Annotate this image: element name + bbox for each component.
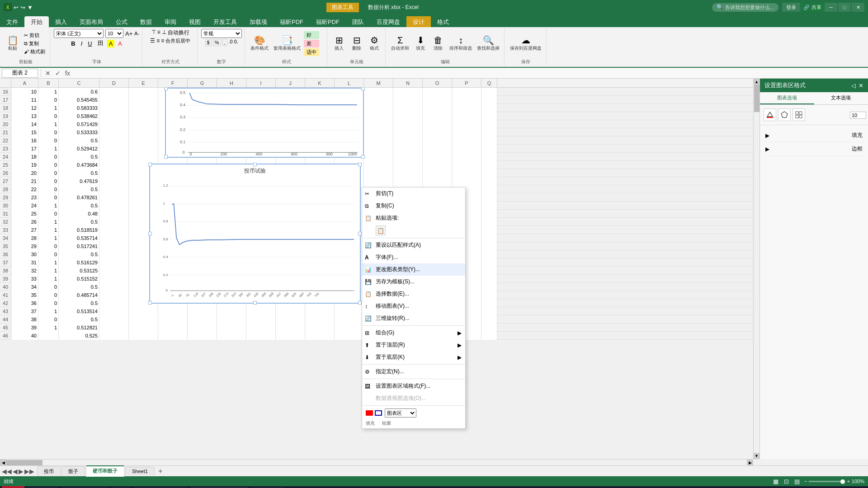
cell-q31[interactable] xyxy=(481,210,497,218)
cell-d22[interactable] xyxy=(99,136,129,145)
right-panel-close-btn[interactable]: ✕ xyxy=(859,82,863,89)
cell-m22[interactable] xyxy=(364,136,393,145)
dec-decimal-btn[interactable]: 0. xyxy=(234,39,238,46)
search-placeholder[interactable]: 告诉我您想要做什么... xyxy=(725,4,774,11)
col-header-b[interactable]: B xyxy=(38,79,59,87)
cell-q23[interactable] xyxy=(481,145,497,153)
cell-q18[interactable] xyxy=(481,104,497,112)
cell-b28[interactable]: 0 xyxy=(38,185,59,193)
cell-a36[interactable]: 30 xyxy=(11,250,38,258)
fill-btn[interactable]: ⬇ 填充 xyxy=(412,35,429,52)
cell-a17[interactable]: 11 xyxy=(11,96,38,104)
cell-h44[interactable] xyxy=(217,315,246,324)
cell-e19[interactable] xyxy=(129,112,158,120)
ctx-font[interactable]: A 字体(F)... xyxy=(362,251,465,263)
cell-n27[interactable] xyxy=(393,177,423,185)
ctx-macro[interactable]: ⚙ 指定宏(N)... xyxy=(362,366,465,378)
font-name-select[interactable]: 宋体 (正文) xyxy=(54,29,104,38)
tab-page-layout[interactable]: 页面布局 xyxy=(73,16,109,27)
cell-a43[interactable]: 37 xyxy=(11,307,38,315)
chart-handle-tl2[interactable] xyxy=(148,163,152,166)
cell-q34[interactable] xyxy=(481,234,497,242)
cell-a34[interactable]: 28 xyxy=(11,234,38,242)
cell-d42[interactable] xyxy=(99,299,129,307)
col-header-p[interactable]: P xyxy=(452,79,481,87)
cell-e17[interactable] xyxy=(129,96,158,104)
bold-btn[interactable]: B xyxy=(69,40,77,47)
ctx-paste-icon-btn[interactable]: 📋 xyxy=(376,225,386,235)
page-view-btn[interactable]: ⊡ xyxy=(783,478,790,485)
comma-btn[interactable]: , xyxy=(222,39,227,46)
cell-e24[interactable] xyxy=(129,153,158,161)
cell-f46[interactable] xyxy=(158,332,188,340)
cell-b39[interactable]: 1 xyxy=(38,275,59,283)
cell-q30[interactable] xyxy=(481,202,497,210)
cell-e16[interactable] xyxy=(129,88,158,96)
cell-p25[interactable] xyxy=(452,161,481,169)
scroll-up-btn[interactable]: ▲ xyxy=(754,79,760,85)
cell-d23[interactable] xyxy=(99,145,129,153)
quick-access-dropdown[interactable]: ▼ xyxy=(27,4,33,11)
col-header-o[interactable]: O xyxy=(423,79,452,87)
ctx-select-data[interactable]: 📋 选择数据(E)... xyxy=(362,288,465,300)
cell-l43[interactable] xyxy=(335,307,364,315)
cell-b36[interactable]: 0 xyxy=(38,250,59,258)
undo-btn[interactable]: ↩ xyxy=(14,4,19,11)
cell-m20[interactable] xyxy=(364,120,393,128)
cell-d36[interactable] xyxy=(99,250,129,258)
cell-q26[interactable] xyxy=(481,169,497,177)
chart-handle-bm[interactable] xyxy=(253,301,257,305)
cell-d43[interactable] xyxy=(99,307,129,315)
cell-q17[interactable] xyxy=(481,96,497,104)
ctx-move-chart[interactable]: ↕ 移动图表(V)... xyxy=(362,300,465,312)
cell-d20[interactable] xyxy=(99,120,129,128)
cell-c25[interactable]: 0.473684 xyxy=(59,161,99,169)
cell-b18[interactable]: 1 xyxy=(38,104,59,112)
ctx-chart-area-select[interactable]: 图表区 xyxy=(385,408,416,418)
close-btn[interactable]: ✕ xyxy=(852,3,864,12)
save-baidu-btn[interactable]: ☁ 保存到百度网盘 xyxy=(508,35,543,52)
cell-c18[interactable]: 0.583333 xyxy=(59,104,99,112)
col-header-l[interactable]: L xyxy=(335,79,364,87)
currency-btn[interactable]: $ xyxy=(205,39,212,46)
chart-handle-br[interactable] xyxy=(361,155,365,159)
align-middle-btn[interactable]: ≡ xyxy=(157,29,160,37)
cell-d32[interactable] xyxy=(99,218,129,226)
cell-e22[interactable] xyxy=(129,136,158,145)
redo-btn[interactable]: ↪ xyxy=(20,4,25,11)
tab-formula[interactable]: 公式 xyxy=(109,16,134,27)
cell-a21[interactable]: 15 xyxy=(11,128,38,136)
cell-q44[interactable] xyxy=(481,315,497,324)
cell-n17[interactable] xyxy=(393,96,423,104)
delete-cell-btn[interactable]: ⊟ 删除 xyxy=(349,35,365,52)
cell-c30[interactable]: 0.5 xyxy=(59,202,99,210)
cell-q39[interactable] xyxy=(481,275,497,283)
cell-o27[interactable] xyxy=(423,177,452,185)
cell-c27[interactable]: 0.47619 xyxy=(59,177,99,185)
cell-o19[interactable] xyxy=(423,112,452,120)
cell-c28[interactable]: 0.5 xyxy=(59,185,99,193)
cell-n26[interactable] xyxy=(393,169,423,177)
cell-n16[interactable] xyxy=(393,88,423,96)
chart-handle-tl[interactable] xyxy=(164,88,168,90)
col-header-d[interactable]: D xyxy=(99,79,129,87)
cell-d33[interactable] xyxy=(99,226,129,234)
cell-a28[interactable]: 22 xyxy=(11,185,38,193)
cell-q16[interactable] xyxy=(481,88,497,96)
cell-a30[interactable]: 24 xyxy=(11,202,38,210)
clear-btn[interactable]: 🗑 清除 xyxy=(430,35,446,52)
right-value-input[interactable]: 10 xyxy=(850,112,866,119)
share-btn[interactable]: 🔗 共享 xyxy=(801,3,824,12)
scrollbar-vertical[interactable]: ▲ ▼ xyxy=(753,79,760,459)
cell-e23[interactable] xyxy=(129,145,158,153)
cell-m23[interactable] xyxy=(364,145,393,153)
cell-q21[interactable] xyxy=(481,128,497,136)
cell-a39[interactable]: 33 xyxy=(11,275,38,283)
cell-d29[interactable] xyxy=(99,193,129,202)
tab-foxit-pdf2[interactable]: 福昕PDF xyxy=(310,16,346,27)
cell-b46[interactable] xyxy=(38,332,59,340)
tab-insert[interactable]: 插入 xyxy=(49,16,73,27)
cell-a33[interactable]: 27 xyxy=(11,226,38,234)
cell-c38[interactable]: 0.53125 xyxy=(59,267,99,275)
cell-b44[interactable]: 0 xyxy=(38,315,59,324)
